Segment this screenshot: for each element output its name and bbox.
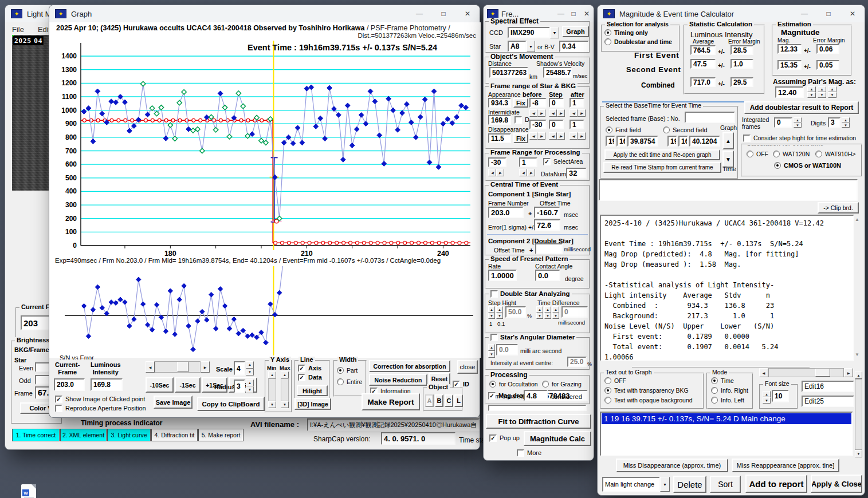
add-doublestar-button[interactable]: Add doublestar result to Report — [744, 101, 859, 114]
offset-time-field[interactable]: -160.7 — [534, 207, 560, 218]
apply-edit-time-button[interactable]: Apply the edit time and Re-open graph — [604, 149, 720, 160]
edit25-field[interactable]: Edit25 — [802, 396, 854, 407]
after-end-spinner[interactable] — [569, 132, 586, 140]
digits-field[interactable]: 3 — [828, 117, 840, 128]
step-diffraction[interactable]: 4. Diffraction tit — [151, 429, 198, 441]
noise-reduction-button[interactable]: Noise Reduction — [369, 374, 427, 386]
show-image-checkbox[interactable] — [55, 396, 62, 403]
close-button[interactable]: close — [457, 360, 478, 374]
minus-10sec-button[interactable]: -10Sec — [146, 377, 174, 393]
measured-mag-error-field[interactable]: 0.05 — [816, 60, 839, 70]
add-to-report-button[interactable]: Add to report — [745, 475, 807, 493]
time-diff-field[interactable]: 0 — [561, 306, 588, 318]
error-sigma-field[interactable]: 72.6 — [534, 219, 560, 231]
maximize-icon[interactable]: □ — [431, 6, 455, 22]
light-change-dropdown[interactable]: Main light change — [602, 477, 670, 492]
after-spinner[interactable] — [569, 109, 586, 117]
mode-time-radio[interactable] — [711, 377, 718, 384]
angular-field[interactable]: 0.0 — [496, 344, 518, 355]
make-report-button[interactable]: Make Report — [362, 393, 420, 410]
range-end-spinner[interactable] — [519, 169, 535, 176]
reread-timestamp-button[interactable]: Re-read Time Stamp from current frame — [603, 162, 721, 173]
integrated-frames-field[interactable]: 0 — [774, 117, 792, 128]
popup-checkbox[interactable] — [489, 434, 497, 442]
first-event-error-field[interactable]: 28.5 — [730, 45, 753, 55]
scrollbar-thumb[interactable] — [815, 369, 830, 377]
second-event-error-field[interactable]: 1.0 — [730, 59, 753, 69]
minimize-icon[interactable]: — — [792, 6, 816, 22]
before-end-field[interactable]: -30 — [529, 120, 547, 129]
angular-spinner[interactable] — [488, 344, 495, 358]
cmos-wat100n-radio[interactable] — [774, 162, 781, 169]
step-spinner[interactable] — [549, 109, 565, 117]
step-hight-coarse-spinner[interactable] — [488, 306, 495, 319]
text-position-scrollbar[interactable] — [759, 368, 853, 377]
intensity-centre-field[interactable]: 25.0 — [567, 357, 587, 367]
summary-field[interactable] — [599, 179, 858, 201]
second-field-radio[interactable] — [663, 127, 670, 133]
textout-transparent-radio[interactable] — [604, 387, 611, 394]
time1-min-field[interactable]: 16 — [616, 136, 626, 147]
font-size-field[interactable]: 10 — [772, 390, 789, 402]
offset-time2-field[interactable] — [535, 243, 563, 254]
selectarea-checkbox[interactable] — [543, 158, 551, 165]
scroll-down-icon[interactable] — [855, 450, 862, 457]
word-document-icon[interactable]: W — [21, 484, 36, 498]
radius-spinner[interactable] — [246, 380, 254, 393]
data-checkbox[interactable] — [298, 374, 305, 381]
object-a-button[interactable]: A — [425, 394, 434, 407]
range-start-field[interactable]: -30 — [488, 157, 506, 167]
velocity-field[interactable]: 25485.7 — [543, 67, 572, 78]
list-scrollbar[interactable] — [855, 371, 862, 457]
star-type-dropdown[interactable]: A8 — [508, 41, 535, 52]
bv-field[interactable]: 0.34 — [559, 41, 589, 52]
off-radio[interactable] — [747, 151, 753, 157]
step-hight-fine-spinner[interactable] — [496, 306, 503, 319]
sharpcap-version-field[interactable]: 4. 0. 9571. 0 — [381, 432, 455, 445]
minimize-icon[interactable]: — — [407, 6, 431, 22]
first-field-radio[interactable] — [606, 127, 612, 133]
result-row-selected[interactable]: 1 19 16 39.715 +/- 0.137s, S/N= 5.24 D M… — [602, 413, 851, 424]
report-scroll-down-icon[interactable]: ▼ — [855, 352, 859, 357]
textout-opaque-radio[interactable] — [604, 397, 611, 404]
minus-1sec-button[interactable]: -1Sec — [175, 377, 201, 393]
miss-disappearance-button[interactable]: Miss Disappearance (approx. time) — [616, 459, 728, 472]
contact-angle-field[interactable]: 0.0 — [535, 270, 560, 281]
maximize-icon[interactable]: □ — [816, 6, 840, 22]
mode-info-right-radio[interactable] — [711, 387, 718, 394]
second-event-average-field[interactable]: 47.5 — [690, 59, 716, 69]
step-hight-field[interactable]: 50.0 — [505, 306, 526, 318]
scrollbar-thumb[interactable] — [177, 362, 188, 372]
fix-appearance-button[interactable]: Fix — [513, 98, 528, 108]
before-end-spinner[interactable] — [529, 132, 545, 140]
radius-field[interactable]: 3 — [234, 380, 245, 393]
current-frame-field[interactable]: 203.0 — [54, 378, 85, 391]
for-occultation-radio[interactable] — [489, 381, 496, 388]
time-diff-spinner3[interactable] — [552, 306, 559, 319]
time1-sec-field[interactable]: 39.8754 — [627, 136, 658, 147]
spectral-graph-button[interactable]: Graph — [562, 26, 589, 37]
for-grazing-radio[interactable] — [542, 381, 549, 388]
ymax-scrollbar[interactable] — [281, 371, 289, 408]
luminous-intensity-field[interactable]: 169.8 — [91, 378, 123, 391]
close-icon[interactable]: ✕ — [840, 6, 865, 22]
step-light-curve[interactable]: 3. Light curve — [107, 429, 151, 441]
graph-titlebar[interactable]: ✦ Graph — □ ✕ — [49, 5, 480, 22]
predicted-mag-error-field[interactable]: 0.06 — [816, 44, 839, 54]
fix-disappearance-button[interactable]: Fix — [513, 133, 528, 143]
time-diff-spinner1[interactable] — [536, 306, 543, 319]
ccd-dropdown[interactable]: IMX290 — [508, 27, 559, 38]
step-make-report[interactable]: 5. Make report — [198, 429, 243, 441]
close-icon[interactable]: ✕ — [455, 6, 480, 22]
distance-field[interactable]: 501377263 — [489, 67, 528, 78]
scroll-right-icon[interactable] — [844, 368, 853, 377]
first-event-average-field[interactable]: 764.5 — [690, 45, 716, 55]
maximize-icon[interactable]: □ — [567, 6, 580, 22]
fit-diffraction-button[interactable]: Fit to Diffraction Curve — [486, 414, 591, 429]
mode-info-left-radio[interactable] — [711, 397, 718, 404]
range-end-field[interactable]: 1 — [519, 157, 537, 167]
rate-field[interactable]: 1.0000 — [488, 270, 517, 281]
step-end-spinner[interactable] — [549, 132, 565, 140]
disappearance-field[interactable]: 11.5 — [488, 133, 511, 143]
calculator-titlebar[interactable]: ✦ Magnitude & Event time Calculator — □ … — [598, 5, 865, 22]
